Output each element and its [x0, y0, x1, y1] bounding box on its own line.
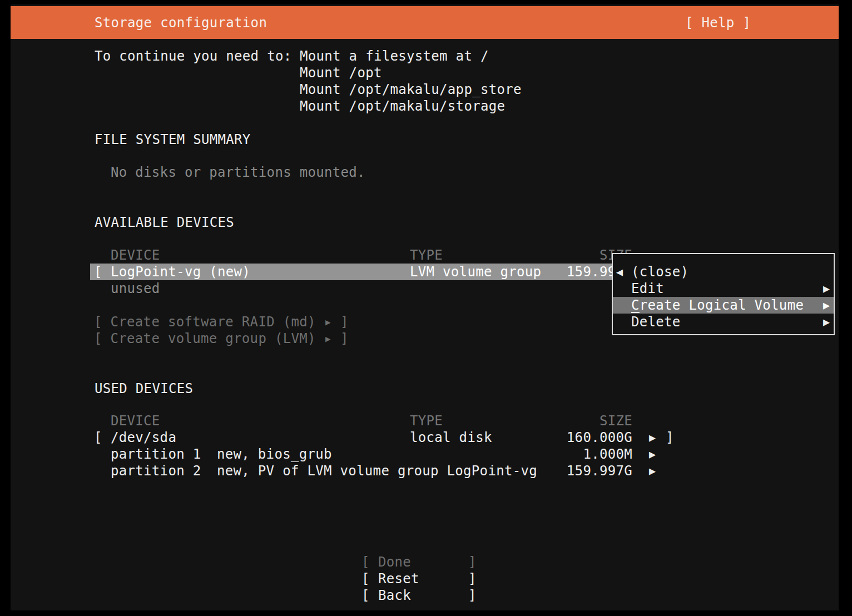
section-title-file-system-summary: FILE SYSTEM SUMMARY	[95, 131, 251, 148]
button-open-bracket: [	[361, 587, 370, 604]
column-header-size: SIZE	[500, 413, 632, 429]
column-header-type: TYPE	[410, 413, 443, 429]
reset-button[interactable]: [ Reset ]	[361, 562, 478, 579]
device-size: 159.997G	[500, 463, 632, 479]
installer-tui: { "header": { "title": "Storage configur…	[0, 0, 852, 616]
requirement-item: Mount /opt	[300, 64, 382, 81]
requirement-item: Mount /opt/makalu/storage	[300, 98, 505, 115]
device-name: partition 2	[111, 463, 201, 479]
terminal-screen: Storage configuration [ Help ] To contin…	[11, 4, 839, 610]
section-title-available-devices: AVAILABLE DEVICES	[95, 214, 234, 231]
device-type: local disk	[410, 429, 492, 446]
requirement-item: Mount a filesystem at /	[300, 48, 489, 64]
row-expand-icon[interactable]: ▶	[649, 463, 656, 479]
create-volume-group-button[interactable]: [ Create volume group (LVM) ▸ ]	[94, 330, 349, 347]
device-name: partition 1	[111, 446, 201, 463]
menu-item-create-logical-volume[interactable]: Create Logical Volume ▶	[613, 297, 834, 314]
menu-item-delete[interactable]: Delete ▶	[613, 314, 834, 330]
empty-summary-message: No disks or partitions mounted.	[111, 164, 365, 181]
row-open-bracket: [	[94, 429, 102, 446]
row-close-bracket: ]	[666, 429, 674, 446]
button-close-bracket: ]	[468, 587, 477, 604]
collapse-left-icon: ◀	[616, 264, 623, 280]
menu-item-close[interactable]: ◀ (close)	[613, 264, 834, 280]
done-button: [ Done ]	[361, 545, 478, 562]
table-row-logpoint-vg[interactable]: [ LogPoint-vg (new) LVM volume group 159…	[90, 264, 617, 280]
menu-item-label: Create Logical Volume	[631, 297, 804, 314]
help-button[interactable]: [ Help ]	[685, 14, 751, 31]
menu-item-label: Edit	[631, 280, 664, 297]
header-bar: Storage configuration [ Help ]	[11, 6, 839, 39]
device-context-menu: ◀ (close) Edit ▶ Create Logical Volume ▶…	[612, 253, 835, 335]
table-row-unused[interactable]: unused	[111, 280, 160, 297]
device-detail: new, bios_grub	[217, 446, 332, 463]
menu-item-label: (close)	[631, 264, 688, 280]
submenu-right-icon: ▶	[823, 297, 830, 314]
row-expand-icon[interactable]: ▶	[649, 446, 656, 463]
section-title-used-devices: USED DEVICES	[95, 380, 193, 397]
device-size: 160.000G	[500, 429, 632, 446]
row-expand-icon[interactable]: ▶	[649, 429, 656, 446]
button-label: Back	[378, 587, 411, 604]
submenu-right-icon: ▶	[823, 280, 830, 297]
intro-prefix: To continue you need to:	[95, 48, 291, 64]
back-button[interactable]: [ Back ]	[361, 579, 478, 595]
submenu-right-icon: ▶	[823, 314, 830, 330]
create-software-raid-button[interactable]: [ Create software RAID (md) ▸ ]	[94, 314, 349, 330]
column-header-device: DEVICE	[111, 413, 160, 429]
device-name: LogPoint-vg (new)	[111, 264, 250, 280]
page-title: Storage configuration	[95, 14, 267, 31]
requirement-item: Mount /opt/makalu/app_store	[300, 81, 522, 98]
device-detail: new, PV of LVM volume group LogPoint-vg	[217, 463, 537, 479]
column-header-type: TYPE	[410, 247, 443, 264]
menu-item-label: Delete	[631, 314, 681, 330]
device-name: /dev/sda	[111, 429, 176, 446]
column-header-device: DEVICE	[111, 247, 160, 264]
menu-item-edit[interactable]: Edit ▶	[613, 280, 834, 297]
row-open-bracket: [	[94, 264, 102, 280]
device-size: 1.000M	[500, 446, 632, 463]
